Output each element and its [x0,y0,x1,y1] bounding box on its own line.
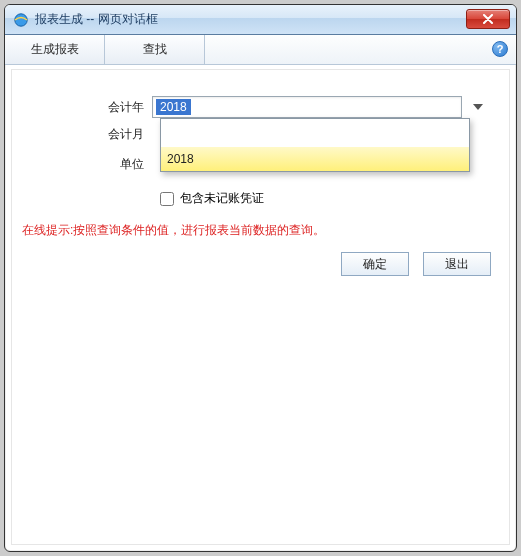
generate-report-button[interactable]: 生成报表 [5,35,105,64]
include-unposted-label: 包含未记账凭证 [180,190,264,207]
content-area: 会计年 2018 会计月 单位 2018 [11,69,510,545]
exit-button[interactable]: 退出 [423,252,491,276]
close-button[interactable] [466,9,510,29]
ok-label: 确定 [363,256,387,273]
search-button[interactable]: 查找 [105,35,205,64]
year-dropdown[interactable]: 2018 [160,118,470,172]
search-label: 查找 [143,41,167,58]
unit-label: 单位 [32,156,152,173]
chevron-down-icon [469,98,487,116]
ok-button[interactable]: 确定 [341,252,409,276]
row-include-unposted: 包含未记账凭证 [160,190,264,207]
dropdown-option-blank[interactable] [161,119,469,147]
help-icon[interactable]: ? [492,41,508,57]
year-combo[interactable]: 2018 [152,96,462,118]
toolbar: 生成报表 查找 ? [5,35,516,65]
title-bar: 报表生成 -- 网页对话框 [5,5,516,35]
row-year: 会计年 2018 [32,96,489,118]
include-unposted-checkbox[interactable]: 包含未记账凭证 [160,190,264,207]
ie-icon [13,12,29,28]
button-row: 确定 退出 [341,252,491,276]
online-hint: 在线提示:按照查询条件的值，进行报表当前数据的查询。 [22,222,325,239]
year-label: 会计年 [32,99,152,116]
year-field-wrap: 2018 [152,96,489,118]
exit-label: 退出 [445,256,469,273]
month-label: 会计月 [32,126,152,143]
include-unposted-input[interactable] [160,192,174,206]
generate-report-label: 生成报表 [31,41,79,58]
dialog-window: 报表生成 -- 网页对话框 生成报表 查找 ? 会计年 2018 [4,4,517,552]
year-selected-value: 2018 [156,99,191,115]
dropdown-option-2018[interactable]: 2018 [161,147,469,171]
window-title: 报表生成 -- 网页对话框 [35,11,158,28]
svg-point-0 [15,13,27,25]
close-icon [482,14,494,24]
help-label: ? [497,43,504,55]
